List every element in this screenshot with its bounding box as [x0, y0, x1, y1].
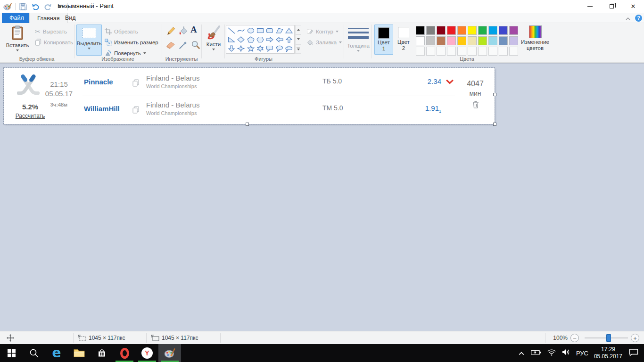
palette-color-swatch[interactable] [416, 26, 425, 35]
shape-diamond[interactable] [236, 35, 246, 44]
shape-line[interactable] [227, 26, 236, 35]
palette-color-swatch[interactable] [478, 36, 487, 45]
color1-button[interactable]: Цвет 1 [374, 25, 393, 55]
shapes-scroll-down[interactable] [295, 34, 301, 44]
shape-arrow-right[interactable] [265, 35, 274, 44]
tray-expand-chevron[interactable] [519, 349, 524, 357]
edit-colors-button[interactable]: Изменение цветов [520, 25, 550, 56]
zoom-in-button[interactable]: + [631, 334, 639, 342]
selection-handle-bottom[interactable] [246, 123, 249, 126]
shapes-scroll-up[interactable] [295, 25, 301, 34]
taskbar-paint-button[interactable] [158, 344, 181, 362]
brushes-button[interactable]: Кисти [203, 25, 224, 56]
color2-button[interactable]: Цвет 2 [394, 25, 413, 55]
shapes-more-button[interactable] [295, 44, 301, 54]
taskbar-explorer-button[interactable] [68, 344, 91, 362]
odds-value[interactable]: 2.34 [409, 77, 441, 85]
undo-button[interactable] [31, 2, 40, 11]
volume-icon[interactable] [562, 349, 570, 357]
shape-callout-oval[interactable] [274, 44, 284, 53]
save-button[interactable] [18, 2, 28, 11]
copy-bet-icon[interactable] [132, 106, 139, 114]
shape-ellipse[interactable] [246, 26, 256, 35]
palette-color-swatch[interactable] [509, 26, 518, 35]
palette-color-swatch[interactable] [426, 26, 435, 35]
shape-rounded-rectangle[interactable] [265, 26, 274, 35]
size-button[interactable]: Толщина [346, 25, 371, 56]
palette-color-swatch[interactable] [468, 36, 477, 45]
paint-canvas[interactable]: 5.2% Рассчитать 21:15 05.05.17 3ч:48м Pi… [4, 68, 495, 124]
shape-callout-rounded[interactable] [265, 44, 274, 53]
select-button[interactable]: Выделить [76, 25, 102, 56]
search-button[interactable] [23, 344, 45, 362]
odds-trend-down-icon[interactable] [445, 79, 454, 84]
shape-star-6[interactable] [256, 44, 265, 53]
selection-handle-corner[interactable] [493, 123, 496, 126]
help-icon[interactable]: ? [635, 15, 642, 22]
palette-color-swatch[interactable] [447, 26, 456, 35]
shape-star-5[interactable] [246, 44, 256, 53]
zoom-out-button[interactable]: − [570, 334, 579, 342]
delete-trash-icon[interactable] [472, 101, 479, 108]
shape-polygon[interactable] [274, 26, 284, 35]
copy-button[interactable]: Копировать [35, 38, 73, 47]
taskbar-yandex-button[interactable]: Y [136, 344, 158, 362]
palette-color-swatch[interactable] [509, 36, 518, 45]
tab-view[interactable]: Вид [58, 13, 83, 23]
shape-arrow-up[interactable] [284, 35, 294, 44]
palette-color-swatch[interactable] [488, 36, 497, 45]
calculate-link[interactable]: Рассчитать [10, 113, 50, 119]
close-button[interactable]: ✕ [622, 0, 644, 13]
palette-color-swatch[interactable] [416, 36, 425, 45]
minimize-button[interactable] [579, 0, 601, 13]
palette-color-swatch[interactable] [447, 36, 456, 45]
shape-arrow-down[interactable] [227, 44, 236, 53]
palette-color-swatch[interactable] [468, 26, 477, 35]
palette-color-swatch[interactable] [426, 36, 435, 45]
battery-icon[interactable] [531, 349, 541, 357]
odds-value[interactable]: 1.911 [409, 104, 441, 114]
language-indicator[interactable]: РУС [576, 350, 588, 357]
tab-file[interactable]: Файл [2, 13, 32, 23]
shape-callout-cloud[interactable] [284, 44, 294, 53]
shape-curve[interactable] [236, 26, 246, 35]
redo-button[interactable] [43, 2, 52, 11]
shape-hexagon[interactable] [256, 35, 265, 44]
shape-arrow-left[interactable] [274, 35, 284, 44]
cut-button[interactable]: ✂ Вырезать [35, 27, 67, 36]
shape-right-triangle[interactable] [227, 35, 236, 44]
paste-button[interactable]: Вставить [4, 25, 31, 56]
taskbar-store-button[interactable] [91, 344, 113, 362]
pencil-tool-button[interactable] [165, 26, 176, 35]
shape-fill-button[interactable]: Заливка [306, 38, 342, 47]
color-picker-tool-button[interactable] [178, 40, 189, 49]
text-tool-button[interactable]: A [190, 25, 197, 34]
restore-button[interactable] [601, 0, 622, 13]
zoom-slider-thumb[interactable] [606, 334, 611, 342]
selection-handle-right[interactable] [493, 93, 496, 96]
shape-rectangle[interactable] [256, 26, 265, 35]
palette-color-swatch[interactable] [499, 26, 508, 35]
start-button[interactable] [0, 344, 23, 362]
bookmaker-link[interactable]: WilliamHill [84, 105, 120, 113]
taskbar-edge-button[interactable]: e [45, 344, 68, 362]
shape-pentagon[interactable] [246, 35, 256, 44]
magnifier-tool-button[interactable] [190, 40, 201, 49]
copy-bet-icon[interactable] [132, 79, 139, 87]
fill-tool-button[interactable] [178, 26, 189, 35]
bookmaker-link[interactable]: Pinnacle [84, 78, 113, 86]
shape-triangle[interactable] [284, 26, 294, 35]
wifi-icon[interactable] [547, 349, 556, 358]
eraser-tool-button[interactable] [165, 40, 176, 49]
shape-outline-button[interactable]: Контур [306, 27, 339, 36]
shape-star-4[interactable] [236, 44, 246, 53]
crop-button[interactable]: Обрезать [105, 27, 138, 36]
palette-color-swatch[interactable] [499, 36, 508, 45]
palette-color-swatch[interactable] [478, 26, 487, 35]
clock[interactable]: 17:29 05.05.2017 [594, 346, 622, 360]
resize-button[interactable]: Изменить размер [105, 38, 158, 47]
palette-color-swatch[interactable] [437, 26, 446, 35]
palette-color-swatch[interactable] [457, 36, 466, 45]
action-center-icon[interactable] [629, 348, 638, 358]
taskbar-opera-button[interactable] [113, 344, 136, 362]
